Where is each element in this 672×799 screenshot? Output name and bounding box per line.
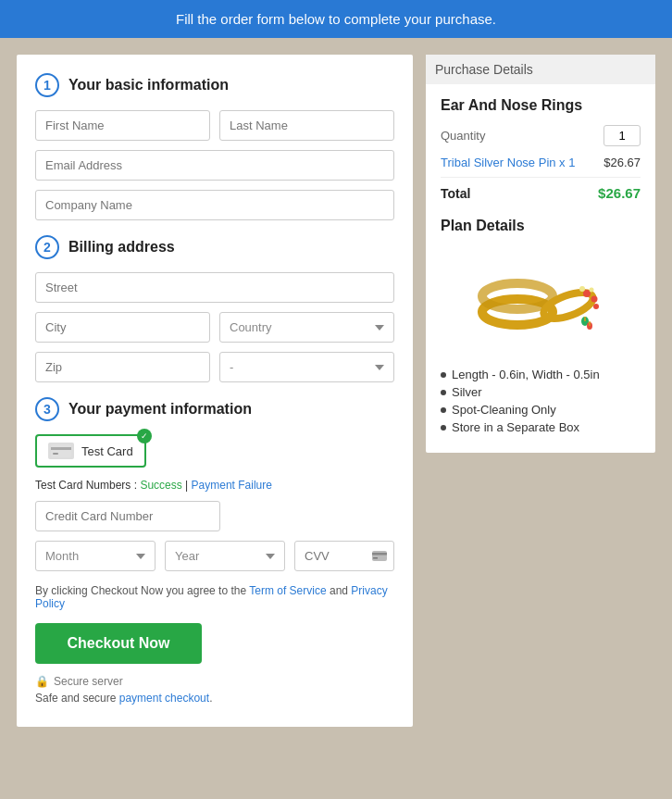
bullet-icon — [441, 425, 446, 431]
section2-title: Billing address — [68, 239, 175, 256]
quantity-row: Quantity — [441, 125, 641, 146]
left-panel: 1 Your basic information 2 Billing addre… — [17, 55, 413, 727]
safe-text-static: Safe and secure — [35, 692, 119, 705]
first-name-input[interactable] — [35, 110, 210, 141]
month-select[interactable]: Month — [35, 541, 156, 571]
lock-icon: 🔒 — [35, 675, 49, 688]
section1-header: 1 Your basic information — [35, 73, 394, 97]
svg-rect-4 — [372, 553, 387, 556]
bullet-icon — [441, 390, 446, 395]
payment-card-label: Test Card — [81, 444, 133, 458]
svg-rect-1 — [51, 447, 71, 450]
country-select[interactable]: Country — [219, 312, 394, 343]
svg-rect-3 — [372, 551, 387, 561]
section3-header: 3 Your payment information — [35, 397, 394, 421]
section1-title: Your basic information — [68, 77, 229, 94]
section2-number: 2 — [35, 235, 59, 259]
top-banner: Fill the order form below to complete yo… — [0, 0, 672, 38]
company-input[interactable] — [35, 190, 394, 220]
section3-title: Your payment information — [68, 401, 252, 418]
section3-number: 3 — [35, 397, 59, 421]
svg-rect-0 — [51, 444, 71, 457]
city-input[interactable] — [35, 312, 210, 343]
state-select[interactable]: - — [219, 352, 394, 382]
payment-card-option[interactable]: Test Card ✓ — [35, 434, 146, 468]
email-input[interactable] — [35, 150, 394, 181]
purchase-details-title: Purchase Details — [426, 55, 655, 84]
zip-state-row: - — [35, 352, 394, 382]
product-image — [441, 245, 641, 356]
plan-details-title: Plan Details — [441, 218, 641, 234]
cvv-row: Month Year — [35, 541, 394, 571]
svg-point-11 — [593, 304, 599, 309]
main-content: 1 Your basic information 2 Billing addre… — [0, 38, 672, 743]
test-card-note: Test Card Numbers : Success | Payment Fa… — [35, 479, 394, 492]
street-row — [35, 272, 394, 303]
company-row — [35, 190, 394, 220]
zip-input[interactable] — [35, 352, 210, 382]
bullet-icon — [441, 407, 446, 413]
street-input[interactable] — [35, 272, 394, 303]
page-wrapper: Fill the order form below to complete yo… — [0, 0, 672, 799]
product-title: Ear And Nose Rings — [441, 97, 641, 114]
bullet-icon — [441, 372, 446, 378]
safe-note: Safe and secure payment checkout. — [35, 692, 394, 705]
item-price: $26.67 — [604, 156, 641, 169]
success-link[interactable]: Success — [140, 479, 181, 492]
svg-rect-5 — [373, 557, 378, 559]
checkout-button[interactable]: Checkout Now — [35, 623, 202, 664]
secure-note: 🔒 Secure server — [35, 675, 394, 688]
svg-point-10 — [591, 296, 598, 303]
right-panel: Purchase Details Ear And Nose Rings Quan… — [426, 55, 655, 453]
section2-header: 2 Billing address — [35, 235, 394, 259]
cvv-card-icon — [372, 549, 387, 564]
card-icon — [48, 443, 74, 459]
secure-label: Secure server — [54, 675, 123, 688]
terms-text: By clicking Checkout Now you agree to th… — [35, 584, 394, 610]
terms-conjunction: and — [330, 584, 348, 597]
spec-item: Silver — [441, 385, 641, 399]
cc-row — [35, 501, 394, 531]
svg-rect-2 — [53, 453, 58, 455]
total-price: $26.67 — [598, 185, 641, 201]
quantity-input[interactable] — [604, 125, 641, 146]
total-label: Total — [441, 186, 470, 201]
terms-prefix: By clicking Checkout Now you agree to th… — [35, 584, 246, 597]
failure-link[interactable]: Payment Failure — [192, 479, 272, 492]
email-row — [35, 150, 394, 181]
product-name-link[interactable]: Tribal Silver Nose Pin x 1 — [441, 156, 575, 169]
spec-item: Length - 0.6in, Width - 0.5in — [441, 368, 641, 381]
safe-link[interactable]: payment checkout — [119, 692, 209, 705]
separator: | — [185, 479, 188, 492]
cc-input[interactable] — [35, 501, 220, 531]
banner-text: Fill the order form below to complete yo… — [176, 11, 496, 27]
test-card-text: Test Card Numbers : — [35, 479, 137, 492]
name-row — [35, 110, 394, 141]
spec-item: Spot-Cleaning Only — [441, 403, 641, 417]
svg-point-13 — [590, 288, 594, 293]
last-name-input[interactable] — [219, 110, 394, 141]
product-specs: Length - 0.6in, Width - 0.5inSilverSpot-… — [441, 368, 641, 434]
section1-number: 1 — [35, 73, 59, 97]
check-badge: ✓ — [137, 429, 152, 443]
city-country-row: Country — [35, 312, 394, 343]
product-line: Tribal Silver Nose Pin x 1 $26.67 — [441, 156, 641, 178]
tos-link[interactable]: Term of Service — [249, 584, 326, 597]
year-select[interactable]: Year — [165, 541, 285, 571]
total-row: Total $26.67 — [441, 185, 641, 201]
spec-item: Store in a Separate Box — [441, 420, 641, 434]
cvv-wrapper — [294, 541, 394, 571]
svg-point-9 — [583, 290, 591, 297]
svg-point-12 — [579, 286, 585, 292]
quantity-label: Quantity — [441, 129, 485, 143]
